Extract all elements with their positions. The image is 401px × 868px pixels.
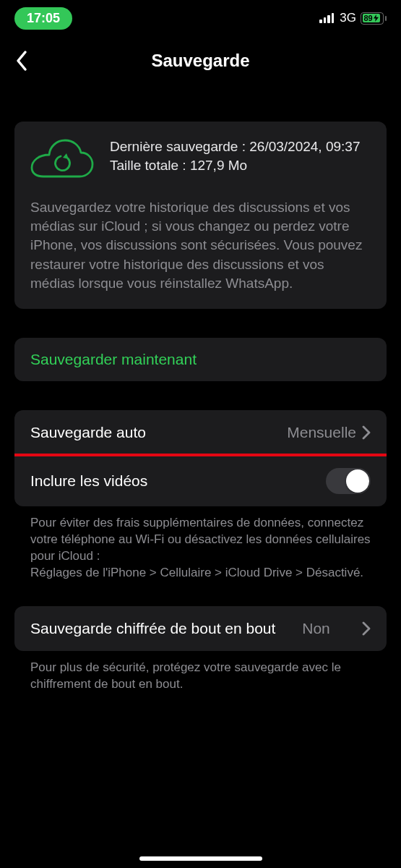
battery-icon: 89 xyxy=(361,12,387,25)
network-label: 3G xyxy=(340,11,356,25)
status-right: 3G 89 xyxy=(319,11,387,25)
last-backup-label: Dernière sauvegarde : xyxy=(110,139,249,154)
status-bar: 17:05 3G 89 xyxy=(0,0,401,36)
home-indicator[interactable] xyxy=(139,856,262,861)
e2e-encryption-label: Sauvegarde chiffrée de bout en bout xyxy=(30,620,276,637)
backup-info-lines: Dernière sauvegarde : 26/03/2024, 09:37 … xyxy=(110,137,371,174)
backup-description: Sauvegardez votre historique des discuss… xyxy=(30,198,371,293)
total-size-label: Taille totale : xyxy=(110,158,190,173)
data-warning-note: Pour éviter des frais supplémentaires de… xyxy=(14,506,387,582)
e2e-note: Pour plus de sécurité, protégez votre sa… xyxy=(14,651,387,693)
back-button[interactable] xyxy=(7,46,36,75)
include-videos-row: Inclure les vidéos xyxy=(14,455,387,506)
backup-settings-group-2: Sauvegarde chiffrée de bout en bout Non xyxy=(14,606,387,651)
page-title: Sauvegarde xyxy=(151,51,249,71)
signal-icon xyxy=(319,13,334,23)
include-videos-toggle[interactable] xyxy=(326,468,371,494)
total-size-value: 127,9 Mo xyxy=(190,158,247,173)
content: Dernière sauvegarde : 26/03/2024, 09:37 … xyxy=(0,85,401,693)
backup-info-card: Dernière sauvegarde : 26/03/2024, 09:37 … xyxy=(14,122,387,309)
chevron-right-icon xyxy=(362,621,371,636)
backup-now-button[interactable]: Sauvegarder maintenant xyxy=(14,338,387,381)
e2e-encryption-value: Non xyxy=(302,620,330,637)
auto-backup-row[interactable]: Sauvegarde auto Mensuelle xyxy=(14,410,387,455)
chevron-left-icon xyxy=(15,50,28,72)
include-videos-label: Inclure les vidéos xyxy=(30,472,326,490)
last-backup-value: 26/03/2024, 09:37 xyxy=(249,139,360,154)
cloud-refresh-icon xyxy=(30,139,94,187)
nav-header: Sauvegarde xyxy=(0,36,401,85)
chevron-right-icon xyxy=(362,425,371,440)
auto-backup-label: Sauvegarde auto xyxy=(30,424,287,441)
status-time: 17:05 xyxy=(14,7,72,30)
e2e-encryption-row[interactable]: Sauvegarde chiffrée de bout en bout Non xyxy=(14,606,387,651)
backup-settings-group-1: Sauvegarde auto Mensuelle Inclure les vi… xyxy=(14,410,387,506)
auto-backup-value: Mensuelle xyxy=(287,424,356,441)
battery-percent: 89 xyxy=(363,14,372,22)
